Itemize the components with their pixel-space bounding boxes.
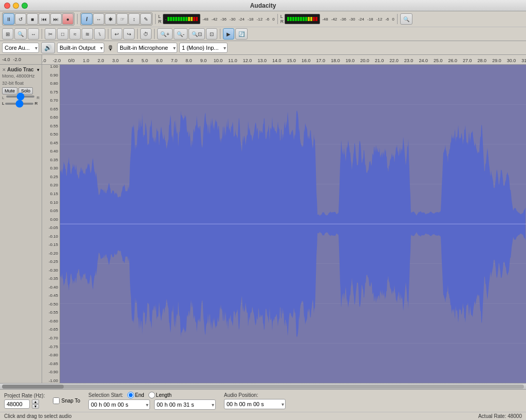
undo-btn[interactable]: ↩ [111, 28, 122, 40]
zoom-fit-btn[interactable]: ↔ [28, 28, 39, 40]
pan-row: L R [2, 101, 40, 106]
sel-end-select[interactable]: 00 h 00 m 31 s [154, 399, 216, 410]
project-rate-section: Project Rate (Hz): ▴ ▾ [4, 393, 45, 409]
zoom-tool[interactable]: ☞ [117, 13, 128, 25]
select-tool[interactable]: I [81, 13, 92, 25]
channel-select[interactable]: 1 (Mono) Inp... [179, 43, 228, 53]
selection-start-section: Selection Start: End Length 00 h 00 m 00… [88, 392, 216, 410]
stop-button[interactable]: ■ [27, 13, 38, 25]
loop-play-btn[interactable]: 🔄 [235, 28, 248, 40]
sep-8 [154, 29, 155, 39]
actual-rate: Actual Rate: 48000 [478, 413, 522, 419]
ruler-ticks: -4.0-2.00/01.02.03.04.05.06.07.08.09.010… [42, 55, 526, 64]
sel-start-selector[interactable]: 00 h 00 m 00 s [88, 399, 150, 410]
pause-button[interactable]: ⏸ [3, 13, 14, 25]
pan-slider[interactable] [5, 103, 33, 105]
close-button[interactable] [4, 3, 10, 9]
output-volume-btn[interactable]: 🔊 [41, 42, 55, 53]
skip-start-button[interactable]: ⏮ [39, 13, 50, 25]
maximize-button[interactable] [22, 3, 28, 9]
sel-start-select[interactable]: 00 h 00 m 00 s [88, 399, 150, 410]
output-meter [285, 14, 320, 24]
timeshift-tool[interactable]: ↕ [128, 13, 140, 25]
track-name: Audio Trac [7, 67, 36, 72]
play-btn[interactable]: ▶ [223, 28, 234, 40]
project-rate-input[interactable] [4, 399, 30, 409]
end-radio[interactable] [127, 392, 134, 398]
status-bar: Project Rate (Hz): ▴ ▾ Snap To Selection… [0, 389, 526, 420]
draw-tool[interactable]: ✱ [105, 13, 116, 25]
waveform-container: 1.00 0.90 0.80 0.75 0.70 0.65 0.60 0.55 … [42, 65, 526, 383]
scroll-thumb[interactable] [2, 385, 64, 389]
multi-tool[interactable]: ✎ [140, 13, 152, 25]
separator-4 [397, 14, 398, 24]
rate-up-btn[interactable]: ▴ [32, 399, 39, 404]
skip-end-button[interactable]: ⏭ [50, 13, 62, 25]
project-rate-spinner[interactable]: ▴ ▾ [32, 399, 39, 409]
minimize-button[interactable] [13, 3, 19, 9]
sel-end-selector[interactable]: 00 h 00 m 31 s [154, 399, 216, 410]
host-selector[interactable]: Core Au... [2, 43, 39, 53]
output-scale: -48-42-36-30-24-18-12-60 [322, 17, 394, 22]
sync-btn[interactable]: ⏱ [140, 28, 152, 40]
input-selector[interactable]: Built-in Microphone [117, 43, 177, 53]
ruler: -4.0-2.00/01.02.03.04.05.06.07.08.09.010… [42, 55, 526, 64]
zoom-sel-btn[interactable]: 🔍⊡ [189, 28, 205, 40]
zoom-out-btn[interactable]: 🔍- [174, 28, 187, 40]
playback-speed-btn[interactable]: 🔍 [400, 13, 412, 25]
window-title: Audacity [250, 2, 276, 9]
output-selector[interactable]: Built-in Output [57, 43, 104, 53]
zoom-fit2-btn[interactable]: ⊡ [206, 28, 217, 40]
track-close-btn[interactable]: ✕ [2, 67, 6, 72]
spectro-btn[interactable]: ≋ [82, 28, 93, 40]
amplitude-labels: 1.00 0.90 0.80 0.75 0.70 0.65 0.60 0.55 … [42, 65, 60, 383]
length-radio-text: Length [156, 392, 172, 398]
input-select[interactable]: Built-in Microphone [117, 43, 177, 53]
sel-start-value-row: 00 h 00 m 00 s 00 h 00 m 31 s [88, 399, 216, 410]
ruler-neg4: -4.0 [2, 57, 10, 62]
loop-button[interactable]: ↺ [15, 13, 26, 25]
record-button[interactable]: ● [62, 13, 73, 25]
length-radio[interactable] [148, 392, 155, 398]
silence-btn[interactable]: □ [57, 28, 68, 40]
project-rate-value-row: ▴ ▾ [4, 399, 45, 409]
audio-pos-selector[interactable]: 00 h 00 m 00 s [224, 399, 286, 409]
track-header: ✕ Audio Trac ▾ Mono, 48000Hz 32-bit floa… [0, 65, 42, 383]
ruler-offset: -4.0 -2.0 [0, 55, 42, 64]
audio-pos-select[interactable]: 00 h 00 m 00 s [224, 399, 286, 409]
zoom-in-btn[interactable]: 🔍+ [157, 28, 173, 40]
scroll-area[interactable] [0, 383, 526, 389]
meter-area: LR - [158, 14, 200, 24]
sep-6 [108, 29, 108, 39]
mic-icon: 🎙 [107, 44, 114, 52]
length-radio-label[interactable]: Length [148, 392, 172, 398]
pan-r: R [34, 101, 37, 106]
device-row: Core Au... 🔊 Built-in Output 🎙 Built-in … [0, 41, 526, 55]
title-bar: Audacity [0, 0, 526, 11]
sel-start-label: Selection Start: [88, 392, 123, 398]
center-line [60, 224, 526, 224]
trim-btn[interactable]: ✂ [45, 28, 56, 40]
snap-to-label[interactable]: Snap To [53, 397, 80, 404]
transport-controls: ⏸ ↺ ■ ⏮ ⏭ ● [2, 12, 74, 26]
gain-slider[interactable] [6, 96, 34, 98]
zoom-normal-btn[interactable]: 🔍 [14, 28, 27, 40]
plot-btn[interactable]: ⑊ [94, 28, 105, 40]
channel-selector[interactable]: 1 (Mono) Inp... [179, 43, 228, 53]
redo-btn[interactable]: ↪ [123, 28, 135, 40]
track-name-row: ✕ Audio Trac ▾ [2, 67, 40, 72]
snap-to-text: Snap To [61, 398, 80, 404]
end-radio-label[interactable]: End [127, 392, 144, 398]
envelope-tool[interactable]: ↔ [93, 13, 104, 25]
output-select[interactable]: Built-in Output [57, 43, 104, 53]
ruler-row: -4.0 -2.0 -4.0-2.00/01.02.03.04.05.06.07… [0, 55, 526, 65]
selection-radio-group: Selection Start: End Length [88, 392, 216, 398]
track-menu-btn[interactable]: ▾ [37, 67, 40, 72]
meter-scale-labels: -48-42-36-30-24-18-12-60 [202, 17, 275, 22]
fit-tracks-btn[interactable]: ⊞ [2, 28, 13, 40]
window-controls[interactable] [4, 3, 28, 9]
rate-down-btn[interactable]: ▾ [32, 404, 39, 409]
host-select[interactable]: Core Au... [2, 43, 39, 53]
snap-to-checkbox[interactable] [53, 397, 60, 404]
draw-samples-btn[interactable]: ≈ [69, 28, 81, 40]
